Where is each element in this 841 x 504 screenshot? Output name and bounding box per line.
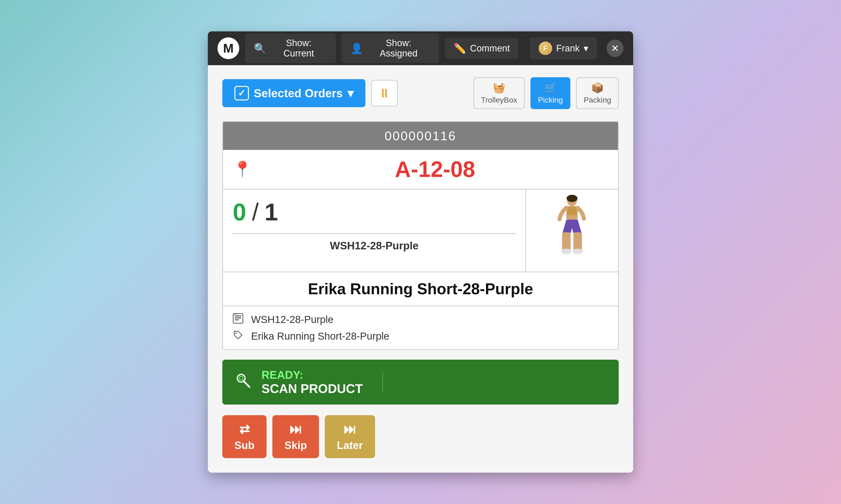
trolleybox-mode-button[interactable]: 🧺 TrolleyBox (474, 77, 525, 109)
location-row: 📍 A-12-08 (223, 150, 618, 190)
top-toolbar: ✓ Selected Orders ▾ ⏸ 🧺 TrolleyBox 🛒 Pic… (222, 77, 619, 109)
tag-icon (233, 330, 245, 343)
later-icon: ⏭ (344, 422, 356, 436)
pause-button[interactable]: ⏸ (371, 80, 398, 106)
location-pin-icon: 📍 (233, 160, 252, 178)
detail-sku: SKU WSH12-28-Purple (233, 313, 608, 326)
main-content: ✓ Selected Orders ▾ ⏸ 🧺 TrolleyBox 🛒 Pic… (208, 65, 633, 473)
svg-rect-9 (235, 316, 241, 317)
product-image-area (526, 190, 618, 272)
packing-mode-button[interactable]: 📦 Packing (576, 77, 619, 109)
action-buttons: ⇄ Sub ⏭ Skip ⏭ Later (222, 415, 619, 458)
app-window: M 🔍 Show: Current 👤 Show: Assigned ✏️ Co… (208, 31, 633, 473)
svg-rect-10 (235, 318, 241, 318)
svg-rect-11 (235, 319, 239, 320)
svg-point-16 (239, 376, 243, 380)
product-image (540, 194, 603, 267)
svg-rect-3 (562, 232, 571, 251)
product-name: Erika Running Short-28-Purple (233, 280, 608, 298)
order-card: 000000116 📍 A-12-08 0 / 1 WSH12-28-Purpl… (222, 121, 619, 350)
order-id: 000000116 (385, 129, 456, 143)
product-name-row: Erika Running Short-28-Purple (223, 272, 618, 306)
scan-text: READY: SCAN PRODUCT (261, 368, 363, 396)
qty-divider (233, 233, 516, 234)
svg-rect-4 (573, 232, 582, 251)
product-details-row: SKU WSH12-28-Purple Erika Running Short-… (223, 306, 618, 349)
user-menu-button[interactable]: F Frank ▾ (530, 37, 597, 59)
svg-point-6 (573, 249, 583, 254)
qty-display: 0 / 1 (233, 198, 516, 226)
sub-icon: ⇄ (239, 422, 250, 436)
svg-rect-2 (567, 206, 577, 215)
titlebar: M 🔍 Show: Current 👤 Show: Assigned ✏️ Co… (208, 31, 633, 65)
qty-slash: / (252, 198, 259, 226)
search-icon: 🔍 (254, 42, 266, 54)
comment-icon: ✏️ (453, 42, 466, 54)
show-current-button[interactable]: 🔍 Show: Current (245, 34, 336, 63)
scan-bar: READY: SCAN PRODUCT (222, 360, 619, 404)
app-logo: M (218, 37, 239, 59)
selected-orders-button[interactable]: ✓ Selected Orders ▾ (222, 79, 365, 107)
user-icon: 👤 (350, 42, 363, 54)
svg-text:SKU: SKU (234, 313, 238, 316)
sku-icon: SKU (233, 313, 245, 326)
svg-point-7 (567, 195, 578, 202)
picking-icon: 🛒 (544, 82, 557, 94)
svg-line-15 (244, 381, 250, 387)
scan-icon (235, 372, 252, 393)
skip-icon: ⏭ (290, 422, 302, 436)
scan-ready-label: READY: (261, 368, 363, 381)
trolleybox-icon: 🧺 (493, 82, 505, 94)
product-row: 0 / 1 WSH12-28-Purple (223, 190, 618, 272)
sub-button[interactable]: ⇄ Sub (222, 415, 267, 458)
skip-button[interactable]: ⏭ Skip (272, 415, 319, 458)
picking-mode-button[interactable]: 🛒 Picking (530, 77, 570, 109)
later-button[interactable]: ⏭ Later (325, 415, 375, 458)
show-assigned-button[interactable]: 👤 Show: Assigned (342, 34, 439, 63)
comment-button[interactable]: ✏️ Comment (445, 38, 519, 59)
svg-point-5 (561, 249, 571, 254)
scan-action-label: SCAN PRODUCT (261, 381, 363, 396)
scan-input-divider (382, 373, 383, 392)
check-icon: ✓ (235, 86, 249, 101)
qty-total: 1 (264, 198, 278, 226)
product-info: 0 / 1 WSH12-28-Purple (223, 190, 526, 272)
qty-current: 0 (233, 198, 246, 226)
detail-product-name: Erika Running Short-28-Purple (233, 330, 608, 343)
pause-icon: ⏸ (378, 86, 391, 101)
sku-label: WSH12-28-Purple (233, 240, 516, 252)
order-id-bar: 000000116 (223, 122, 618, 150)
packing-icon: 📦 (591, 82, 604, 94)
svg-point-13 (235, 332, 237, 334)
close-button[interactable]: ✕ (606, 40, 623, 57)
avatar: F (539, 41, 552, 55)
location-code: A-12-08 (262, 157, 608, 182)
